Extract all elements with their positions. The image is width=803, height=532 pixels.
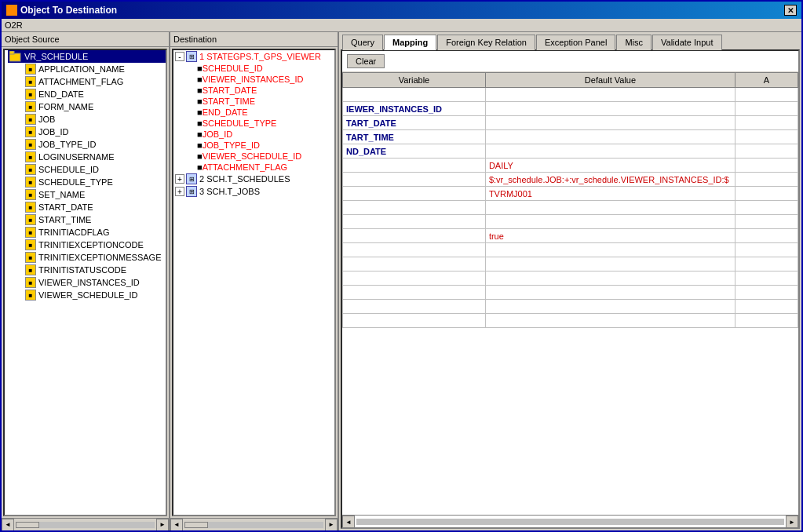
variable-cell[interactable] [343,215,486,229]
field-label: SCHEDULE_ID [38,165,99,174]
left-panel: Object Source VR_SCHEDULE ■ APPLICATION_… [2,32,170,530]
list-item[interactable]: ■ JOB [24,113,166,126]
expand-icon[interactable]: + [175,187,184,196]
field-label: JOB [38,115,55,124]
tree-root-item[interactable]: VR_SCHEDULE [8,50,166,63]
tab-mapping[interactable]: Mapping [384,35,436,50]
list-item[interactable]: ■ END_DATE [24,88,166,100]
variable-cell[interactable] [343,173,486,187]
scroll-left-btn[interactable]: ◄ [2,519,14,531]
object-source-tree[interactable]: VR_SCHEDULE ■ APPLICATION_NAME ■ ATTACHM… [3,49,167,516]
field-label: SCHEDULE_ID [203,64,263,73]
list-item[interactable]: ■ START_TIME [195,96,334,107]
clear-button[interactable]: Clear [347,54,385,68]
default-cell[interactable] [485,144,735,159]
tab-exception[interactable]: Exception Panel [536,35,616,50]
variable-cell[interactable] [343,88,486,102]
default-cell[interactable] [485,102,735,116]
menu-item-o2r[interactable]: O2R [5,20,23,30]
scroll-right-btn[interactable]: ► [156,519,169,531]
field-label: START_TIME [38,215,91,224]
list-item[interactable]: ■ SCHEDULE_ID [195,63,334,74]
scroll-right-btn[interactable]: ► [786,516,798,528]
list-item[interactable]: ■ JOB_ID [195,129,334,140]
dest-table-row[interactable]: + ⊞ 3 SCH.T_JOBS [173,185,334,198]
default-cell[interactable]: $:vr_schedule.JOB:+:vr_schedule.VIEWER_I… [485,173,735,187]
list-item[interactable]: ■ VIEWER_SCHEDULE_ID [195,151,334,162]
list-item[interactable]: ■ TRINITISTATUSCODE [24,264,166,276]
tab-misc[interactable]: Misc [616,35,652,50]
tab-foreign-key[interactable]: Foreign Key Relation [437,35,535,50]
right-hscroll-bar[interactable]: ◄ ► [342,515,798,527]
scroll-left-btn[interactable]: ◄ [342,516,355,528]
list-item[interactable]: ■ SCHEDULE_ID [24,163,166,176]
field-label: TRINITIACDFLAG [38,228,109,237]
expand-icon[interactable]: + [175,174,184,184]
default-cell[interactable] [485,88,735,102]
default-cell[interactable] [485,116,735,130]
scroll-right-btn[interactable]: ► [325,519,338,531]
scroll-track[interactable] [16,522,155,528]
dest-table-row[interactable]: - ⊞ 1 STATEGPS.T_GPS_VIEWER [173,50,334,63]
list-item[interactable]: ■ JOB_TYPE_ID [24,138,166,151]
extra-cell [735,116,798,130]
variable-cell[interactable]: ND_DATE [343,144,486,159]
table-row: IEWER_INSTANCES_ID [343,102,798,116]
list-item[interactable]: ■ TRINITIEXCEPTIONCODE [24,239,166,251]
field-label: ATTACHMENT_FLAG [203,162,287,172]
list-item[interactable]: ■ VIEWER_INSTANCES_ID [195,74,334,85]
variable-cell[interactable]: TART_TIME [343,130,486,144]
scroll-left-btn[interactable]: ◄ [170,519,183,531]
default-cell[interactable] [485,215,735,229]
default-cell[interactable] [485,130,735,144]
variable-cell[interactable]: IEWER_INSTANCES_ID [343,102,486,116]
list-item[interactable]: ■ ATTACHMENT_FLAG [24,75,166,88]
dest-table-row[interactable]: + ⊞ 2 SCH.T_SCHEDULES [173,173,334,185]
table-row [343,271,798,286]
field-icon: ■ [197,151,203,161]
middle-hscroll[interactable]: ◄ ► [170,518,338,530]
list-item[interactable]: ■ JOB_ID [24,126,166,138]
tab-validate[interactable]: Validate Input [652,35,721,50]
scroll-track[interactable] [356,519,784,525]
col-extra-header: A [735,73,798,88]
list-item[interactable]: ■ SET_NAME [24,188,166,201]
destination-tree[interactable]: - ⊞ 1 STATEGPS.T_GPS_VIEWER ■ SCHEDULE_I… [172,49,336,516]
variable-cell[interactable] [343,187,486,201]
field-label: START_DATE [38,202,93,212]
default-cell[interactable]: true [485,229,735,243]
variable-cell[interactable] [343,201,486,215]
field-label: VIEWER_SCHEDULE_ID [38,290,138,300]
list-item[interactable]: ■ START_DATE [24,201,166,213]
default-cell[interactable] [485,201,735,215]
variable-cell[interactable] [343,159,486,173]
scroll-track[interactable] [184,522,323,528]
svg-rect-1 [9,51,14,54]
list-item[interactable]: ■ VIEWER_INSTANCES_ID [24,276,166,289]
list-item[interactable]: ■ LOGINUSERNAME [24,151,166,163]
list-item[interactable]: ■ SCHEDULE_TYPE [195,118,334,129]
list-item[interactable]: ■ VIEWER_SCHEDULE_ID [24,289,166,301]
default-cell[interactable]: DAILY [485,159,735,173]
collapse-icon[interactable]: - [175,52,184,61]
variable-cell[interactable] [343,229,486,243]
window-title: Object To Destination [20,5,117,16]
list-item[interactable]: ■ SCHEDULE_TYPE [24,176,166,188]
table-row: DAILY [343,159,798,173]
list-item[interactable]: ■ FORM_NAME [24,100,166,113]
list-item[interactable]: ■ APPLICATION_NAME [24,63,166,75]
default-cell[interactable]: TVRMJ001 [485,187,735,201]
list-item[interactable]: ■ ATTACHMENT_FLAG [195,162,334,173]
field-label: END_DATE [38,89,84,99]
list-item[interactable]: ■ END_DATE [195,107,334,118]
tab-query[interactable]: Query [342,35,383,50]
list-item[interactable]: ■ START_TIME [24,213,166,226]
list-item[interactable]: ■ TRINITIEXCEPTIONMESSAGE [24,251,166,264]
variable-cell[interactable]: TART_DATE [343,116,486,130]
list-item[interactable]: ■ TRINITIACDFLAG [24,226,166,239]
grid-container[interactable]: Variable Default Value A [342,72,798,515]
close-button[interactable]: ✕ [784,5,797,16]
left-hscroll[interactable]: ◄ ► [2,518,169,530]
list-item[interactable]: ■ JOB_TYPE_ID [195,140,334,151]
list-item[interactable]: ■ START_DATE [195,85,334,96]
